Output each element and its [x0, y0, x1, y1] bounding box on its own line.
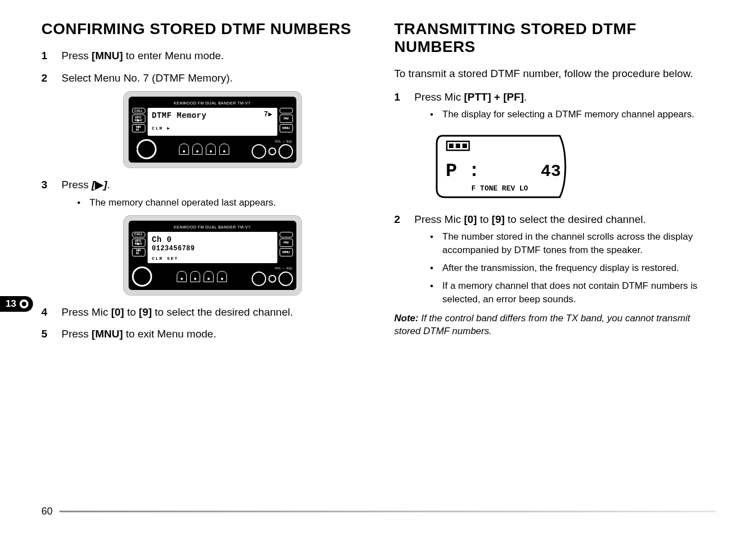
- radio-figure-1: KENWOOD FM DUAL BANDER TM-V7 CALL VFOM▶V…: [123, 91, 302, 168]
- volsql-label: VOL ↔ SQL: [252, 140, 293, 144]
- rs1-c: .: [524, 91, 527, 103]
- rs2-d: [9]: [492, 213, 504, 225]
- note-text: If the control band differs from the TX …: [394, 313, 690, 336]
- side-tab-dot-icon: [20, 299, 29, 308]
- left-step-2: Select Menu No. 7 (DTMF Memory). KENWOOD…: [41, 70, 363, 169]
- heading-confirming: CONFIRMING STORED DTMF NUMBERS: [41, 20, 363, 38]
- footer-rule: [59, 511, 716, 512]
- step4-c: to: [124, 306, 139, 318]
- volsql-label: VOL ↔ SQL: [252, 266, 293, 270]
- rs2-sub2: After the transmission, the frequency di…: [430, 261, 716, 275]
- svg-rect-2: [456, 144, 460, 148]
- svg-rect-1: [449, 144, 453, 148]
- lcd2-line1: Ch 0: [152, 234, 172, 245]
- radio-btn-vfo: VFOM▶V: [132, 115, 145, 123]
- radio-knob-right-2: [268, 147, 276, 155]
- heading-transmitting: TRANSMITTING STORED DTMF NUMBERS: [394, 20, 716, 56]
- lcd1-line2: CLR ▶: [152, 125, 273, 132]
- radio-btn-mr: MRM: [132, 248, 145, 256]
- radio-knob-right-1: [252, 144, 266, 159]
- right-step-2: Press Mic [0] to [9] to select the desir…: [394, 212, 716, 306]
- radio-btn-call: CALL: [132, 108, 145, 113]
- ptt-num: 43: [541, 162, 561, 181]
- radio-lcd-2: Ch 0 0123456789 CLR SET: [148, 232, 277, 263]
- left-step-1: Press [MNU] to enter Menu mode.: [41, 48, 363, 64]
- radio-btn-pm: PM: [280, 239, 293, 247]
- step5-b: [MNU]: [92, 328, 123, 340]
- lock-icon: [190, 271, 200, 282]
- rs1-b: [PTT] + [PF]: [464, 91, 524, 103]
- rs2-sub1: The number stored in the channel scrolls…: [430, 230, 716, 257]
- rs2-e: to select the desired channel.: [505, 213, 646, 225]
- radio-btn-blank-r: [280, 108, 293, 113]
- radio-btn-mnu: MNU: [280, 248, 293, 256]
- left-step-5: Press [MNU] to exit Menu mode.: [41, 326, 363, 342]
- play-icon: ▶: [95, 179, 103, 191]
- radio-knob-right-3: [278, 272, 293, 286]
- radio-lcd-1: DTMF Memory7▶ CLR ▶: [148, 108, 277, 136]
- lock-icon: [177, 271, 187, 282]
- step5-a: Press: [62, 328, 92, 340]
- left-step-4: Press Mic [0] to [9] to select the desir…: [41, 304, 363, 320]
- step1-text-c: to enter Menu mode.: [123, 50, 224, 61]
- step4-e: to select the desired channel.: [152, 306, 293, 318]
- lock-icon: [179, 144, 189, 155]
- left-step-3: Press [▶]. The memory channel operated l…: [41, 177, 363, 295]
- radio-figure-2: KENWOOD FM DUAL BANDER TM-V7 CALL VFOM▶V…: [123, 215, 302, 296]
- rs1-a: Press Mic: [414, 91, 464, 103]
- radio-brand-2: KENWOOD FM DUAL BANDER TM-V7: [132, 224, 293, 232]
- ptt-display-figure: P : 43 F TONE REV LO: [429, 127, 573, 203]
- rs1-sub: The display for selecting a DTMF memory …: [430, 108, 716, 121]
- lcd1-line1: DTMF Memory: [152, 110, 207, 121]
- cursor-pointer-icon: [132, 145, 138, 153]
- rs2-b: [0]: [464, 213, 477, 225]
- lock-icon: [206, 144, 216, 155]
- side-tab-number: 13: [6, 298, 16, 310]
- step4-b: [0]: [111, 306, 124, 318]
- radio-btn-call: CALL: [132, 232, 145, 237]
- right-step-1: Press Mic [PTT] + [PF]. The display for …: [394, 89, 716, 203]
- step1-key: [MNU]: [92, 50, 123, 61]
- lcd2-line2: CLR SET: [152, 255, 273, 262]
- note: Note: If the control band differs from t…: [394, 312, 716, 338]
- radio-knob-left: [136, 139, 157, 159]
- svg-rect-3: [462, 144, 467, 148]
- rs2-sub3: If a memory channel that does not contai…: [430, 279, 716, 306]
- ptt-bottom: F TONE REV LO: [471, 184, 528, 193]
- rs2-c: to: [477, 213, 492, 225]
- radio-btn-mnu: MNU: [280, 124, 293, 132]
- step1-text-a: Press: [62, 50, 92, 61]
- rs2-a: Press Mic: [414, 213, 464, 225]
- step3-text-a: Press: [62, 179, 92, 191]
- lcd1-right: 7▶: [264, 110, 272, 121]
- radio-knob-right-3: [278, 144, 293, 159]
- radio-brand-1: KENWOOD FM DUAL BANDER TM-V7: [132, 100, 293, 108]
- side-tab: 13: [0, 296, 33, 312]
- radio-knob-right-1: [252, 272, 266, 286]
- step4-d: [9]: [139, 306, 152, 318]
- right-intro: To transmit a stored DTMF number, follow…: [394, 66, 716, 82]
- step3-period: .: [107, 179, 110, 191]
- radio-btn-blank-r: [280, 232, 293, 237]
- step4-a: Press Mic: [62, 306, 111, 318]
- radio-knob-left: [132, 266, 152, 287]
- step3-sub: The memory channel operated last appears…: [77, 196, 363, 210]
- lock-icon: [204, 271, 214, 282]
- step5-c: to exit Menu mode.: [123, 328, 216, 340]
- lock-icon: [219, 144, 229, 155]
- page-number: 60: [41, 506, 53, 517]
- radio-knob-right-2: [268, 275, 276, 283]
- lock-icon: [217, 271, 227, 282]
- step2-text: Select Menu No. 7 (DTMF Memory).: [62, 72, 233, 84]
- radio-btn-vfo: VFOM▶V: [132, 239, 145, 247]
- radio-btn-mr: MRM: [132, 124, 145, 132]
- lock-icon: [192, 144, 202, 155]
- ptt-p: P :: [446, 160, 480, 182]
- note-label: Note:: [394, 313, 418, 323]
- lcd2-line1b: 0123456789: [152, 245, 273, 252]
- radio-btn-pm: PM: [280, 115, 293, 123]
